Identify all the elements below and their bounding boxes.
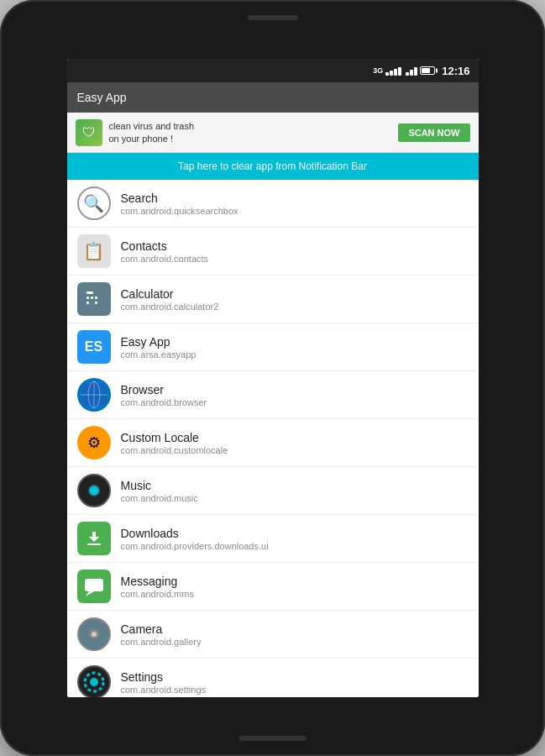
svg-rect-10 <box>87 543 101 545</box>
app-info-downloads: Downloads com.android.providers.download… <box>121 527 269 551</box>
svg-rect-11 <box>85 579 103 591</box>
signal-bar-4 <box>398 67 401 76</box>
app-item-messaging[interactable]: Messaging com.android.mms <box>67 563 479 611</box>
app-icon-downloads <box>77 522 111 555</box>
app-package-music: com.android.music <box>121 493 198 503</box>
app-item-music[interactable]: Music com.android.music <box>67 467 479 515</box>
browser-app-icon <box>77 378 111 412</box>
signal-icons: 3G <box>373 66 435 76</box>
app-name-messaging: Messaging <box>121 575 194 588</box>
screen: 3G 12:16 <box>67 59 479 697</box>
app-info-easyapp: Easy App com.arsa.easyapp <box>121 335 197 360</box>
music-app-icon <box>77 474 111 507</box>
app-name-calculator: Calculator <box>121 287 219 301</box>
app-name-search: Search <box>121 192 238 205</box>
app-name-browser: Browser <box>121 383 207 396</box>
device-frame: 3G 12:16 <box>0 0 545 756</box>
contacts-app-icon: 📋 <box>77 234 111 268</box>
ad-left: 🛡 clean virus and trash on your phone ! <box>76 119 195 146</box>
app-info-search: Search com.android.quicksearchbox <box>121 192 238 216</box>
downloads-app-icon <box>77 522 111 555</box>
app-package-camera: com.android.gallery <box>121 637 202 647</box>
app-item-settings[interactable]: Settings com.android.settings <box>67 659 479 697</box>
calculator-app-icon <box>77 282 111 316</box>
settings-app-icon <box>77 665 111 697</box>
svg-rect-5 <box>95 302 97 304</box>
app-icon-messaging <box>77 570 111 603</box>
battery-fill <box>422 68 430 73</box>
status-bar: 3G 12:16 <box>67 59 479 82</box>
app-package-messaging: com.android.mms <box>121 589 194 599</box>
app-package-easyapp: com.arsa.easyapp <box>121 349 197 360</box>
app-info-messaging: Messaging com.android.mms <box>121 575 194 599</box>
app-item-contacts[interactable]: 📋 Contacts com.android.contacts <box>67 228 479 276</box>
wifi-bar-3 <box>414 67 417 76</box>
svg-rect-4 <box>95 297 97 299</box>
status-time: 12:16 <box>442 65 469 77</box>
app-name-camera: Camera <box>121 622 202 636</box>
ad-banner[interactable]: 🛡 clean virus and trash on your phone ! … <box>67 113 479 153</box>
svg-rect-2 <box>86 302 89 304</box>
svg-rect-3 <box>91 297 93 299</box>
app-title: Easy App <box>77 91 127 104</box>
app-icon-locale: ⚙ <box>77 426 111 459</box>
app-item-search[interactable]: 🔍 Search com.android.quicksearchbox <box>67 180 479 228</box>
app-name-downloads: Downloads <box>121 527 269 540</box>
svg-marker-12 <box>86 591 94 596</box>
ad-text: clean virus and trash on your phone ! <box>109 120 195 144</box>
svg-rect-0 <box>86 291 93 294</box>
app-name-contacts: Contacts <box>121 239 209 253</box>
locale-app-icon: ⚙ <box>77 426 111 459</box>
app-package-browser: com.android.browser <box>121 397 207 407</box>
app-item-easyapp[interactable]: ES Easy App com.arsa.easyapp <box>67 323 479 371</box>
camera-app-icon <box>77 617 111 651</box>
app-info-browser: Browser com.android.browser <box>121 383 207 407</box>
app-icon-contacts: 📋 <box>77 234 111 268</box>
app-name-settings: Settings <box>121 670 207 684</box>
app-name-easyapp: Easy App <box>121 335 197 349</box>
app-icon-browser <box>77 378 111 412</box>
app-info-calculator: Calculator com.android.calculator2 <box>121 287 219 312</box>
easyapp-icon: ES <box>77 330 111 364</box>
app-info-settings: Settings com.android.settings <box>121 670 207 695</box>
svg-point-14 <box>92 632 97 637</box>
scan-button[interactable]: SCAN NOW <box>398 123 469 142</box>
app-info-camera: Camera com.android.gallery <box>121 622 202 647</box>
app-info-contacts: Contacts com.android.contacts <box>121 239 209 264</box>
svg-rect-1 <box>86 297 89 299</box>
app-package-contacts: com.android.contacts <box>121 254 209 264</box>
notification-text: Tap here to clear app from Notification … <box>178 160 367 172</box>
messaging-app-icon <box>77 570 111 603</box>
app-icon-music <box>77 474 111 507</box>
app-item-downloads[interactable]: Downloads com.android.providers.download… <box>67 515 479 563</box>
search-app-icon: 🔍 <box>77 186 111 220</box>
app-list: 🔍 Search com.android.quicksearchbox 📋 Co… <box>67 180 479 697</box>
app-info-music: Music com.android.music <box>121 479 198 503</box>
signal-bar-3 <box>394 69 397 76</box>
wifi-bar-2 <box>410 70 413 76</box>
battery-icon <box>420 66 435 75</box>
app-item-browser[interactable]: Browser com.android.browser <box>67 371 479 419</box>
app-icon-easyapp: ES <box>77 330 111 364</box>
app-package-settings: com.android.settings <box>121 685 207 695</box>
app-icon-calculator <box>77 282 111 316</box>
app-item-locale[interactable]: ⚙ Custom Locale com.android.customlocale <box>67 419 479 467</box>
svg-point-15 <box>90 678 98 686</box>
app-package-calculator: com.android.calculator2 <box>121 302 219 312</box>
signal-bar-2 <box>390 71 393 76</box>
signal-bar-1 <box>385 72 389 76</box>
app-icon-camera <box>77 617 111 651</box>
app-name-locale: Custom Locale <box>121 431 228 444</box>
app-item-calculator[interactable]: Calculator com.android.calculator2 <box>67 276 479 323</box>
notification-bar[interactable]: Tap here to clear app from Notification … <box>67 153 479 180</box>
app-info-locale: Custom Locale com.android.customlocale <box>121 431 228 455</box>
app-package-downloads: com.android.providers.downloads.ui <box>121 541 269 551</box>
wifi-bar-1 <box>406 72 409 76</box>
app-package-search: com.android.quicksearchbox <box>121 206 238 216</box>
app-item-camera[interactable]: Camera com.android.gallery <box>67 611 479 659</box>
network-label: 3G <box>373 66 383 75</box>
app-icon-search: 🔍 <box>77 186 111 220</box>
title-bar: Easy App <box>67 82 479 113</box>
app-package-locale: com.android.customlocale <box>121 445 228 455</box>
app-icon-settings <box>77 665 111 697</box>
